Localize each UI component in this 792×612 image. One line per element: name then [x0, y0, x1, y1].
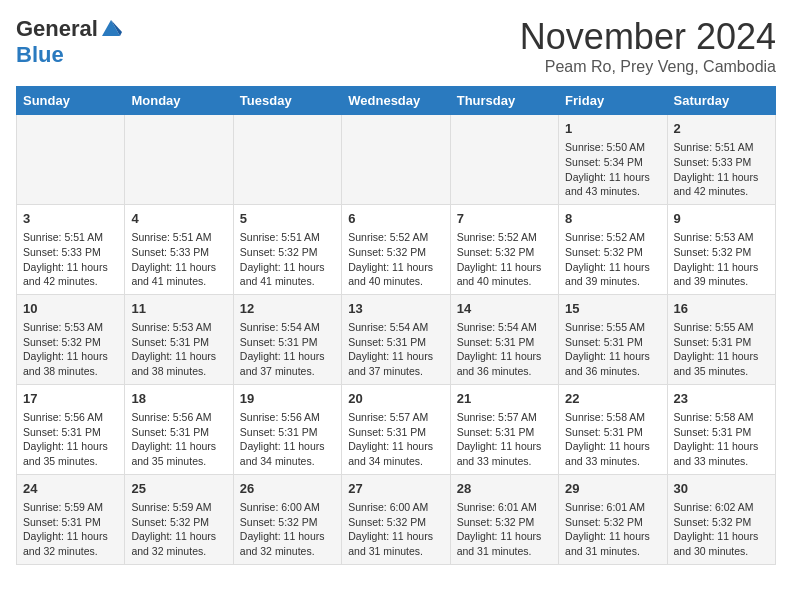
day-cell-23: 23Sunrise: 5:58 AMSunset: 5:31 PMDayligh…: [667, 384, 775, 474]
day-info-line-4: and 33 minutes.: [674, 455, 749, 467]
day-number: 3: [23, 210, 118, 228]
day-info-line-2: Sunset: 5:33 PM: [131, 246, 209, 258]
day-info-line-4: and 34 minutes.: [240, 455, 315, 467]
day-number: 21: [457, 390, 552, 408]
title-block: November 2024 Peam Ro, Prey Veng, Cambod…: [520, 16, 776, 76]
day-info-line-2: Sunset: 5:31 PM: [131, 426, 209, 438]
day-info-line-2: Sunset: 5:32 PM: [565, 246, 643, 258]
weekday-header-sunday: Sunday: [17, 87, 125, 115]
day-number: 27: [348, 480, 443, 498]
week-row-1: 1Sunrise: 5:50 AMSunset: 5:34 PMDaylight…: [17, 115, 776, 205]
day-number: 30: [674, 480, 769, 498]
day-info-line-1: Sunrise: 5:52 AM: [348, 231, 428, 243]
day-cell-12: 12Sunrise: 5:54 AMSunset: 5:31 PMDayligh…: [233, 294, 341, 384]
day-info-line-4: and 40 minutes.: [348, 275, 423, 287]
day-number: 8: [565, 210, 660, 228]
day-info-line-2: Sunset: 5:32 PM: [674, 516, 752, 528]
day-number: 7: [457, 210, 552, 228]
day-info-line-3: Daylight: 11 hours: [240, 350, 325, 362]
day-info-line-4: and 37 minutes.: [348, 365, 423, 377]
day-info-line-4: and 35 minutes.: [674, 365, 749, 377]
week-row-5: 24Sunrise: 5:59 AMSunset: 5:31 PMDayligh…: [17, 474, 776, 564]
day-info-line-4: and 38 minutes.: [131, 365, 206, 377]
day-info-line-3: Daylight: 11 hours: [348, 350, 433, 362]
day-number: 19: [240, 390, 335, 408]
day-info-line-4: and 42 minutes.: [23, 275, 98, 287]
day-cell-3: 3Sunrise: 5:51 AMSunset: 5:33 PMDaylight…: [17, 204, 125, 294]
day-info-line-4: and 31 minutes.: [348, 545, 423, 557]
empty-cell: [125, 115, 233, 205]
day-info-line-4: and 32 minutes.: [131, 545, 206, 557]
day-info-line-4: and 32 minutes.: [240, 545, 315, 557]
day-cell-16: 16Sunrise: 5:55 AMSunset: 5:31 PMDayligh…: [667, 294, 775, 384]
day-info-line-3: Daylight: 11 hours: [457, 350, 542, 362]
day-info-line-1: Sunrise: 6:01 AM: [457, 501, 537, 513]
day-info-line-3: Daylight: 11 hours: [23, 261, 108, 273]
day-info-line-1: Sunrise: 5:55 AM: [565, 321, 645, 333]
day-info-line-1: Sunrise: 5:54 AM: [457, 321, 537, 333]
day-info-line-4: and 40 minutes.: [457, 275, 532, 287]
day-info-line-4: and 42 minutes.: [674, 185, 749, 197]
day-info-line-4: and 34 minutes.: [348, 455, 423, 467]
day-info-line-2: Sunset: 5:32 PM: [674, 246, 752, 258]
week-row-2: 3Sunrise: 5:51 AMSunset: 5:33 PMDaylight…: [17, 204, 776, 294]
day-info-line-1: Sunrise: 5:57 AM: [348, 411, 428, 423]
day-cell-2: 2Sunrise: 5:51 AMSunset: 5:33 PMDaylight…: [667, 115, 775, 205]
day-info-line-2: Sunset: 5:32 PM: [457, 246, 535, 258]
day-cell-8: 8Sunrise: 5:52 AMSunset: 5:32 PMDaylight…: [559, 204, 667, 294]
day-info-line-3: Daylight: 11 hours: [240, 530, 325, 542]
day-number: 10: [23, 300, 118, 318]
day-info-line-3: Daylight: 11 hours: [131, 261, 216, 273]
day-info-line-4: and 36 minutes.: [457, 365, 532, 377]
day-info-line-4: and 41 minutes.: [240, 275, 315, 287]
day-cell-7: 7Sunrise: 5:52 AMSunset: 5:32 PMDaylight…: [450, 204, 558, 294]
day-info-line-1: Sunrise: 6:01 AM: [565, 501, 645, 513]
day-cell-24: 24Sunrise: 5:59 AMSunset: 5:31 PMDayligh…: [17, 474, 125, 564]
day-cell-6: 6Sunrise: 5:52 AMSunset: 5:32 PMDaylight…: [342, 204, 450, 294]
day-number: 20: [348, 390, 443, 408]
day-cell-15: 15Sunrise: 5:55 AMSunset: 5:31 PMDayligh…: [559, 294, 667, 384]
day-info-line-4: and 35 minutes.: [23, 455, 98, 467]
day-cell-19: 19Sunrise: 5:56 AMSunset: 5:31 PMDayligh…: [233, 384, 341, 474]
day-number: 26: [240, 480, 335, 498]
day-info-line-1: Sunrise: 5:50 AM: [565, 141, 645, 153]
day-info-line-3: Daylight: 11 hours: [348, 440, 433, 452]
day-info-line-2: Sunset: 5:31 PM: [240, 426, 318, 438]
day-cell-30: 30Sunrise: 6:02 AMSunset: 5:32 PMDayligh…: [667, 474, 775, 564]
day-info-line-3: Daylight: 11 hours: [565, 171, 650, 183]
day-info-line-2: Sunset: 5:32 PM: [23, 336, 101, 348]
day-info-line-2: Sunset: 5:34 PM: [565, 156, 643, 168]
day-info-line-3: Daylight: 11 hours: [131, 350, 216, 362]
day-info-line-3: Daylight: 11 hours: [348, 530, 433, 542]
day-info-line-3: Daylight: 11 hours: [240, 261, 325, 273]
empty-cell: [450, 115, 558, 205]
day-cell-27: 27Sunrise: 6:00 AMSunset: 5:32 PMDayligh…: [342, 474, 450, 564]
day-info-line-2: Sunset: 5:32 PM: [457, 516, 535, 528]
day-info-line-4: and 31 minutes.: [457, 545, 532, 557]
day-number: 22: [565, 390, 660, 408]
day-info-line-1: Sunrise: 5:54 AM: [240, 321, 320, 333]
day-info-line-1: Sunrise: 5:58 AM: [565, 411, 645, 423]
day-cell-21: 21Sunrise: 5:57 AMSunset: 5:31 PMDayligh…: [450, 384, 558, 474]
day-info-line-4: and 32 minutes.: [23, 545, 98, 557]
day-info-line-4: and 36 minutes.: [565, 365, 640, 377]
weekday-header-thursday: Thursday: [450, 87, 558, 115]
day-cell-13: 13Sunrise: 5:54 AMSunset: 5:31 PMDayligh…: [342, 294, 450, 384]
day-info-line-1: Sunrise: 5:57 AM: [457, 411, 537, 423]
day-number: 9: [674, 210, 769, 228]
day-number: 29: [565, 480, 660, 498]
day-info-line-3: Daylight: 11 hours: [23, 440, 108, 452]
day-info-line-2: Sunset: 5:31 PM: [23, 516, 101, 528]
day-cell-5: 5Sunrise: 5:51 AMSunset: 5:32 PMDaylight…: [233, 204, 341, 294]
day-number: 15: [565, 300, 660, 318]
day-number: 11: [131, 300, 226, 318]
day-info-line-1: Sunrise: 5:51 AM: [23, 231, 103, 243]
empty-cell: [17, 115, 125, 205]
weekday-header-row: SundayMondayTuesdayWednesdayThursdayFrid…: [17, 87, 776, 115]
day-info-line-1: Sunrise: 5:59 AM: [131, 501, 211, 513]
day-info-line-3: Daylight: 11 hours: [23, 350, 108, 362]
weekday-header-saturday: Saturday: [667, 87, 775, 115]
day-info-line-1: Sunrise: 5:53 AM: [674, 231, 754, 243]
day-info-line-4: and 31 minutes.: [565, 545, 640, 557]
day-info-line-3: Daylight: 11 hours: [131, 530, 216, 542]
